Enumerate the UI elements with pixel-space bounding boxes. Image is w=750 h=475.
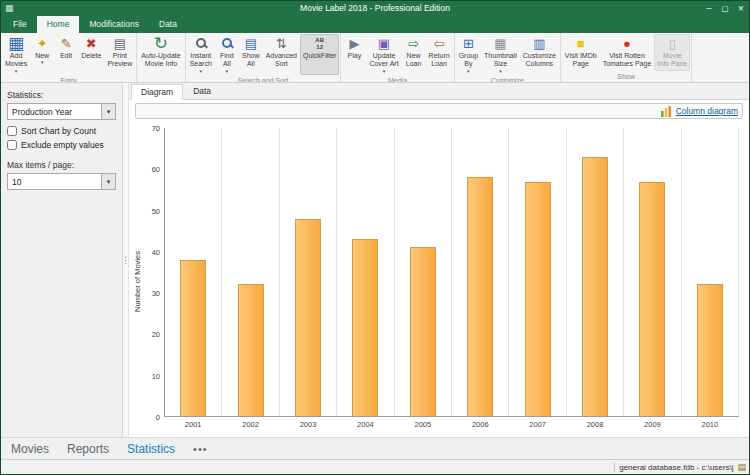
button-label: Auto-Update Movie Info (141, 52, 180, 69)
dropdown-arrow-icon: ▾ (41, 60, 44, 64)
print-preview-button[interactable]: ▤Print Preview (104, 34, 135, 75)
chart-cell-2007: 2007 (509, 128, 566, 416)
button-label: Edit (60, 52, 72, 60)
new-button[interactable]: ✦New▾ (30, 34, 54, 75)
exclude-empty-values-checkbox-row[interactable]: Exclude empty values (7, 140, 116, 150)
customize-columns-button[interactable]: ▥Customize Columns (520, 34, 559, 75)
button-label: Visit IMDb Page (565, 52, 597, 69)
max-items-select-value: 10 (8, 177, 101, 187)
edit-button[interactable]: ✎Edit (54, 34, 78, 75)
button-label: Advanced Sort (266, 52, 297, 69)
add-movies-icon: ▦ (8, 36, 24, 51)
bar-2004 (352, 239, 378, 416)
maximize-icon[interactable]: ▢ (717, 1, 733, 16)
window-controls: ─ ▢ ✕ (701, 1, 749, 16)
nav-item-movies[interactable]: Movies (11, 442, 49, 456)
x-tick-label: 2008 (567, 420, 623, 429)
status-separator (614, 462, 615, 472)
find-all-icon (220, 36, 234, 51)
instant-search-icon (194, 36, 208, 51)
x-tick-label: 2001 (165, 420, 221, 429)
ribbon-tab-modifications[interactable]: Modifications (79, 16, 149, 33)
advanced-sort-button[interactable]: ⇅Advanced Sort (263, 34, 300, 75)
ribbon-tab-data[interactable]: Data (149, 16, 187, 33)
ribbon-group-label: Customize (456, 75, 559, 83)
visit-imdb-page-icon: ■ (577, 36, 585, 51)
thumbnail-size-button[interactable]: ▦Thumbnail Size▾ (481, 34, 520, 75)
return-loan-button[interactable]: ⇦Return Loan (426, 34, 453, 75)
instant-search-button[interactable]: Instant Search▾ (187, 34, 215, 75)
button-label: Visit Rotten Tomatoes Page (603, 52, 652, 69)
visit-imdb-page-button[interactable]: ■Visit IMDb Page (562, 34, 600, 71)
y-tick-label: 50 (152, 206, 160, 215)
new-loan-icon: ⇨ (408, 36, 419, 51)
x-tick-label: 2005 (395, 420, 451, 429)
show-all-button[interactable]: ▤Show All (239, 34, 263, 75)
dropdown-arrow-icon: ▾ (467, 69, 470, 73)
thumbnail-size-icon: ▦ (494, 36, 506, 51)
chart-cell-2006: 2006 (452, 128, 509, 416)
ribbon-tab-home[interactable]: Home (37, 16, 80, 33)
quickfilter-button[interactable]: AB 12QuickFilter (300, 34, 339, 75)
bar-2003 (295, 219, 321, 416)
x-tick-label: 2007 (509, 420, 565, 429)
ribbon-group-label: Search and Sort (187, 75, 340, 83)
play-button[interactable]: ▶Play (342, 34, 366, 75)
column-diagram-link[interactable]: Column diagram (676, 106, 738, 116)
minimize-icon[interactable]: ─ (701, 1, 717, 16)
ribbon-group-label: Show (562, 71, 690, 82)
y-tick-label: 40 (152, 247, 160, 256)
ribbon-group: ▶Play▣Update Cover Art▾⇨New Loan⇦Return … (341, 33, 454, 82)
nav-more-button[interactable]: ••• (193, 443, 208, 455)
nav-item-reports[interactable]: Reports (67, 442, 109, 456)
dropdown-arrow-icon: ▾ (226, 69, 229, 73)
close-icon[interactable]: ✕ (733, 1, 749, 16)
bar-2006 (467, 177, 493, 416)
button-label: Instant Search (190, 52, 212, 69)
bottom-nav: MoviesReportsStatistics••• (1, 437, 749, 459)
y-tick-label: 10 (152, 371, 160, 380)
sort-chart-by-count-checkbox-row[interactable]: Sort Chart by Count (7, 126, 116, 136)
app-window: ▦ Movie Label 2018 - Professional Editio… (0, 0, 750, 475)
update-cover-art-button[interactable]: ▣Update Cover Art▾ (366, 34, 401, 75)
y-tick-label: 20 (152, 330, 160, 339)
nav-item-statistics[interactable]: Statistics (127, 442, 175, 456)
find-all-button[interactable]: Find All▾ (215, 34, 239, 75)
y-tick-label: 30 (152, 289, 160, 298)
window-title: Movie Label 2018 - Professional Edition (1, 1, 749, 16)
status-file-icon[interactable]: ▤ (737, 462, 746, 472)
edit-icon: ✎ (61, 36, 72, 51)
new-loan-button[interactable]: ⇨New Loan (402, 34, 426, 75)
sort-chart-by-count-checkbox[interactable] (7, 126, 17, 136)
new-icon: ✦ (37, 36, 48, 51)
quickfilter-icon: AB 12 (315, 36, 324, 51)
chart-cell-2005: 2005 (395, 128, 452, 416)
button-label: Print Preview (107, 52, 132, 69)
tab-diagram[interactable]: Diagram (131, 84, 183, 100)
visit-rotten-tomatoes-page-icon: ● (623, 36, 631, 51)
status-bar: general database.fdb - c:\users\j ▤ (1, 459, 749, 474)
dropdown-arrow-icon: ▾ (499, 69, 502, 73)
add-movies-button[interactable]: ▦Add Movies▾ (2, 34, 30, 75)
statistic-select[interactable]: Production Year ▾ (7, 103, 116, 120)
checkbox-label: Sort Chart by Count (21, 126, 96, 136)
plot-area: 2001200220032004200520062007200820092010 (164, 128, 739, 417)
group-by-button[interactable]: ⊞Group By▾ (456, 34, 481, 75)
bar-2002 (238, 284, 264, 416)
chart: Number of Movies 010203040506070 2001200… (129, 122, 749, 437)
chart-toolbar: Column diagram (129, 100, 749, 122)
ribbon-tab-file[interactable]: File (3, 16, 37, 33)
max-items-select[interactable]: 10 ▾ (7, 173, 116, 190)
statistics-label: Statistics: (7, 90, 116, 100)
chart-cell-2002: 2002 (222, 128, 279, 416)
button-label: Delete (81, 52, 101, 60)
main-panel: Diagram Data Column diagram Number of Mo… (129, 83, 749, 437)
button-label: Play (348, 52, 362, 60)
visit-rotten-tomatoes-page-button[interactable]: ●Visit Rotten Tomatoes Page (600, 34, 655, 71)
y-tick-label: 0 (156, 413, 160, 422)
exclude-empty-values-checkbox[interactable] (7, 140, 17, 150)
auto-update-movie-info-button[interactable]: ↻Auto-Update Movie Info (138, 34, 183, 71)
delete-button[interactable]: ✖Delete (78, 34, 104, 75)
tab-data[interactable]: Data (183, 83, 221, 99)
update-cover-art-icon: ▣ (378, 36, 390, 51)
